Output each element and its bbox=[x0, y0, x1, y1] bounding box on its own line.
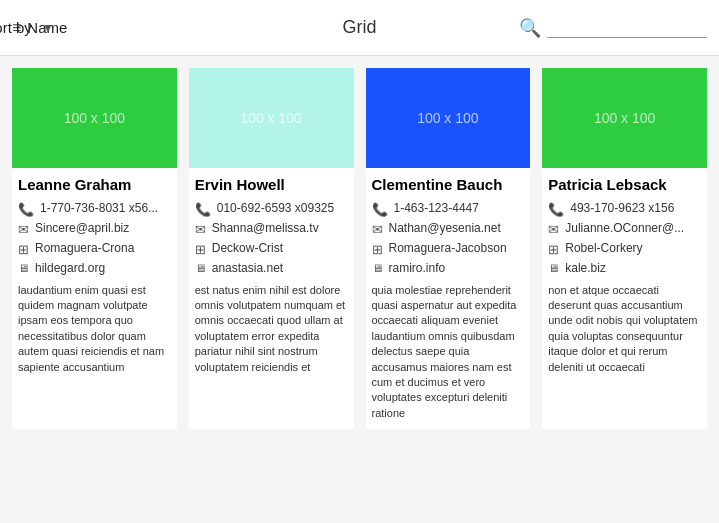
company-icon: ⊞ bbox=[372, 242, 383, 257]
card-name: Patricia Lebsack bbox=[548, 176, 701, 193]
email-icon: ✉ bbox=[372, 222, 383, 237]
email-icon: ✉ bbox=[195, 222, 206, 237]
company-value: Romaguera-Jacobson bbox=[389, 241, 507, 257]
card-phone: 📞 1-770-736-8031 x56... bbox=[18, 201, 171, 217]
card-phone: 📞 493-170-9623 x156 bbox=[548, 201, 701, 217]
card-body: Ervin Howell 📞 010-692-6593 x09325 ✉ Sha… bbox=[189, 168, 354, 383]
header: ≡ Name ID Email Sort by ▼ Grid 🔍 bbox=[0, 0, 719, 56]
company-value: Deckow-Crist bbox=[212, 241, 283, 257]
phone-icon: 📞 bbox=[18, 202, 34, 217]
phone-icon: 📞 bbox=[372, 202, 388, 217]
card-description: est natus enim nihil est dolore omnis vo… bbox=[195, 283, 348, 375]
company-icon: ⊞ bbox=[195, 242, 206, 257]
website-value: kale.biz bbox=[565, 261, 606, 277]
website-icon: 🖥 bbox=[18, 262, 29, 274]
card-name: Leanne Graham bbox=[18, 176, 171, 193]
email-icon: ✉ bbox=[548, 222, 559, 237]
page-title: Grid bbox=[212, 17, 507, 38]
card-description: laudantium enim quasi est quidem magnam … bbox=[18, 283, 171, 375]
card: 100 x 100 Ervin Howell 📞 010-692-6593 x0… bbox=[189, 68, 354, 429]
phone-value: 010-692-6593 x09325 bbox=[217, 201, 334, 217]
card-website: 🖥 hildegard.org bbox=[18, 261, 171, 277]
email-value: Nathan@yesenia.net bbox=[389, 221, 501, 237]
sort-by-container: ≡ Name ID Email Sort by ▼ bbox=[12, 19, 212, 37]
card-image: 100 x 100 bbox=[189, 68, 354, 168]
sort-select[interactable]: Name ID Email bbox=[27, 19, 88, 36]
email-value: Julianne.OConner@... bbox=[565, 221, 684, 237]
card: 100 x 100 Patricia Lebsack 📞 493-170-962… bbox=[542, 68, 707, 429]
card-phone: 📞 010-692-6593 x09325 bbox=[195, 201, 348, 217]
search-container: 🔍 bbox=[507, 17, 707, 39]
sort-icon: ≡ bbox=[12, 19, 21, 37]
phone-value: 1-463-123-4447 bbox=[394, 201, 479, 217]
website-value: hildegard.org bbox=[35, 261, 105, 277]
card-website: 🖥 kale.biz bbox=[548, 261, 701, 277]
website-icon: 🖥 bbox=[372, 262, 383, 274]
phone-icon: 📞 bbox=[195, 202, 211, 217]
company-icon: ⊞ bbox=[548, 242, 559, 257]
company-value: Robel-Corkery bbox=[565, 241, 642, 257]
card-website: 🖥 ramiro.info bbox=[372, 261, 525, 277]
card-body: Patricia Lebsack 📞 493-170-9623 x156 ✉ J… bbox=[542, 168, 707, 383]
card-body: Leanne Graham 📞 1-770-736-8031 x56... ✉ … bbox=[12, 168, 177, 383]
website-icon: 🖥 bbox=[195, 262, 206, 274]
card-company: ⊞ Deckow-Crist bbox=[195, 241, 348, 257]
card-email: ✉ Shanna@melissa.tv bbox=[195, 221, 348, 237]
card-image: 100 x 100 bbox=[12, 68, 177, 168]
company-value: Romaguera-Crona bbox=[35, 241, 134, 257]
card-image: 100 x 100 bbox=[542, 68, 707, 168]
card-description: non et atque occaecati deserunt quas acc… bbox=[548, 283, 701, 375]
card-company: ⊞ Romaguera-Crona bbox=[18, 241, 171, 257]
website-value: anastasia.net bbox=[212, 261, 283, 277]
card-email: ✉ Sincere@april.biz bbox=[18, 221, 171, 237]
company-icon: ⊞ bbox=[18, 242, 29, 257]
sort-chevron-icon: ▼ bbox=[42, 21, 54, 35]
website-icon: 🖥 bbox=[548, 262, 559, 274]
card-email: ✉ Julianne.OConner@... bbox=[548, 221, 701, 237]
search-icon: 🔍 bbox=[519, 17, 541, 39]
card-website: 🖥 anastasia.net bbox=[195, 261, 348, 277]
card-name: Clementine Bauch bbox=[372, 176, 525, 193]
website-value: ramiro.info bbox=[389, 261, 446, 277]
card-grid: 100 x 100 Leanne Graham 📞 1-770-736-8031… bbox=[0, 56, 719, 441]
card-email: ✉ Nathan@yesenia.net bbox=[372, 221, 525, 237]
email-value: Sincere@april.biz bbox=[35, 221, 129, 237]
card-phone: 📞 1-463-123-4447 bbox=[372, 201, 525, 217]
card: 100 x 100 Leanne Graham 📞 1-770-736-8031… bbox=[12, 68, 177, 429]
card: 100 x 100 Clementine Bauch 📞 1-463-123-4… bbox=[366, 68, 531, 429]
card-body: Clementine Bauch 📞 1-463-123-4447 ✉ Nath… bbox=[366, 168, 531, 429]
search-input[interactable] bbox=[547, 17, 707, 38]
email-value: Shanna@melissa.tv bbox=[212, 221, 319, 237]
card-company: ⊞ Robel-Corkery bbox=[548, 241, 701, 257]
card-company: ⊞ Romaguera-Jacobson bbox=[372, 241, 525, 257]
card-image: 100 x 100 bbox=[366, 68, 531, 168]
card-name: Ervin Howell bbox=[195, 176, 348, 193]
phone-value: 493-170-9623 x156 bbox=[570, 201, 674, 217]
card-description: quia molestiae reprehenderit quasi asper… bbox=[372, 283, 525, 422]
phone-value: 1-770-736-8031 x56... bbox=[40, 201, 158, 217]
phone-icon: 📞 bbox=[548, 202, 564, 217]
email-icon: ✉ bbox=[18, 222, 29, 237]
